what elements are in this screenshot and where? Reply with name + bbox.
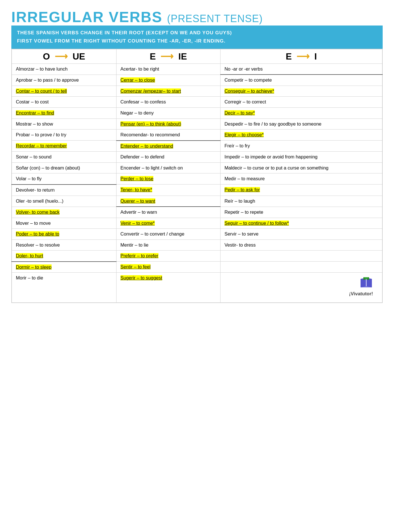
table-cell: Cerrar – to close	[116, 75, 220, 86]
verb-entry: Defender – to defend	[120, 154, 164, 159]
verb-entry: Recordar – to remember	[16, 143, 67, 148]
table-cell: Sonar – to sound	[12, 152, 116, 163]
table-cell: Aprobar – to pass / to approve	[12, 75, 116, 86]
table-cell: Costar – to cost	[12, 97, 116, 108]
table-cell: Volver- to come back	[12, 207, 116, 218]
table-cell: Decir – to say*	[220, 108, 382, 119]
table-cell: Despedir – to fire / to say goodbye to s…	[220, 118, 382, 130]
table-cell: Defender – to defend	[116, 152, 220, 163]
table-cell: Competir – to compete	[220, 75, 382, 86]
verb-entry: Freír – to fry	[224, 143, 250, 148]
verb-entry: Despedir – to fire / to say goodbye to s…	[224, 121, 321, 126]
table-cell: Servir – to serve	[220, 229, 382, 240]
verb-entry: Sugerir – to suggest	[120, 275, 162, 280]
verb-entry: Cerrar – to close	[120, 77, 155, 82]
table-cell: Reír – to laugh	[220, 196, 382, 207]
table-cell: Mover – to move	[12, 218, 116, 229]
verb-entry: Decir – to say*	[224, 110, 255, 115]
verb-entry: Pedir – to ask for	[224, 187, 260, 192]
verb-entry: Volar – to fly	[16, 176, 42, 181]
verb-entry: Sonar – to sound	[16, 154, 52, 159]
table-cell: Encontrar – to find	[12, 108, 116, 119]
verb-entry: Maldecir – to curse or to put a curse on…	[224, 165, 329, 170]
footer-text: ¡Vivatutor!	[349, 291, 373, 296]
table-cell: Soñar (con) – to dream (about)	[12, 162, 116, 173]
table-cell: Comenzar /empezar– to start	[116, 86, 220, 97]
table-cell: Perder – to lose	[116, 173, 220, 185]
col-header-1: O ⟶ UE	[12, 49, 116, 64]
table-cell: Acertar- to be right	[116, 63, 220, 75]
verb-entry: No -ar or -er verbs	[224, 66, 263, 71]
table-cell: Seguir – to continue / to follow*	[220, 218, 382, 229]
verb-entry: Querer – to want	[120, 198, 155, 204]
vivatutor-logo: ¡Vivatutor!	[224, 274, 378, 300]
verb-entry: Seguir – to continue / to follow*	[224, 221, 289, 226]
table-cell: Sentir – to feel	[116, 262, 220, 273]
subtitle: (PRESENT TENSE)	[167, 13, 263, 24]
table-cell: No -ar or -er verbs	[220, 63, 382, 75]
verb-entry: Contar – to count / to tell	[16, 88, 67, 94]
verb-entry: Morir – to die	[16, 275, 43, 280]
table-cell: Freír – to fry	[220, 141, 382, 152]
verb-entry: Resolver – to resolve	[16, 242, 60, 247]
table-cell: Dormir – to sleep	[12, 262, 116, 273]
table-cell: Corregir – to correct	[220, 97, 382, 108]
table-cell: Pensar (en) – to think (about)	[116, 118, 220, 130]
verb-entry: Corregir – to correct	[224, 99, 266, 104]
table-cell: Devolver- to return	[12, 185, 116, 196]
verb-entry: Repetir – to repete	[224, 209, 263, 215]
table-cell: Medir – to measure	[220, 173, 382, 185]
table-cell: Elegir – to choose*	[220, 130, 382, 141]
verb-entry: Soñar (con) – to dream (about)	[16, 165, 80, 170]
verb-entry: Oler -to smell (huelo...)	[16, 198, 63, 204]
verb-entry: Encender – to light / switch on	[120, 165, 183, 170]
table-cell: Convertir – to convert / change	[116, 229, 220, 240]
verb-entry: Vestir- to dress	[224, 242, 256, 247]
table-cell: Maldecir – to curse or to put a curse on…	[220, 162, 382, 173]
verb-entry: Probar – to prove / to try	[16, 132, 66, 137]
table-cell: Conseguir – to achieve*	[220, 86, 382, 97]
table-cell: Almorzar – to have lunch	[12, 63, 116, 75]
verb-entry: Aprobar – to pass / to approve	[16, 77, 79, 82]
table-cell: Confesar – to confess	[116, 97, 220, 108]
verb-entry: Negar – to deny	[120, 110, 154, 115]
main-title: IRREGULAR VERBS	[11, 9, 162, 25]
table-cell: Pedir – to ask for	[220, 185, 382, 196]
table-cell	[220, 262, 382, 273]
book-icon	[359, 277, 373, 289]
table-cell: Entender – to understand	[116, 141, 220, 152]
verb-entry: Mover – to move	[16, 221, 51, 226]
info-box: THESE SPANISH VERBS CHANGE IN THEIR ROOT…	[11, 26, 383, 49]
table-cell: Mentir – to lie	[116, 239, 220, 251]
table-cell: Repetir – to repete	[220, 207, 382, 218]
verb-entry: Reír – to laugh	[224, 198, 255, 204]
table-cell: Venir – to come*	[116, 218, 220, 229]
verb-entry: Doler- to hurt	[16, 253, 43, 258]
verb-entry: Mostrar – to show	[16, 121, 53, 126]
verb-entry: Pensar (en) – to think (about)	[120, 121, 181, 126]
verb-entry: Preferir – to prefer	[120, 253, 158, 258]
verb-entry: Medir – to measure	[224, 176, 265, 181]
table-cell: Encender – to light / switch on	[116, 162, 220, 173]
verb-entry: Dormir – to sleep	[16, 264, 52, 270]
verb-entry: Confesar – to confess	[120, 99, 166, 104]
verb-entry: Acertar- to be right	[120, 66, 159, 71]
table-cell: Impedir – to impede or avoid from happen…	[220, 152, 382, 163]
verb-entry: Servir – to serve	[224, 231, 259, 236]
table-cell: Vestir- to dress	[220, 239, 382, 251]
table-cell	[220, 251, 382, 262]
col-header-3: E ⟶ I	[220, 49, 382, 64]
verb-entry: Volver- to come back	[16, 209, 60, 215]
verb-entry: Tener- to have*	[120, 187, 152, 192]
table-cell: Poder – to be able to	[12, 229, 116, 240]
table-cell: Recomendar- to recommend	[116, 130, 220, 141]
verb-entry: Costar – to cost	[16, 99, 49, 104]
table-cell: Mostrar – to show	[12, 118, 116, 130]
table-cell: Advertir – to warn	[116, 207, 220, 218]
verb-entry: Impedir – to impede or avoid from happen…	[224, 154, 317, 159]
verb-entry: Almorzar – to have lunch	[16, 66, 68, 71]
verb-entry: Devolver- to return	[16, 187, 55, 192]
verb-entry: Encontrar – to find	[16, 110, 54, 115]
verb-entry: Recomendar- to recommend	[120, 132, 180, 137]
table-cell: Probar – to prove / to try	[12, 130, 116, 141]
